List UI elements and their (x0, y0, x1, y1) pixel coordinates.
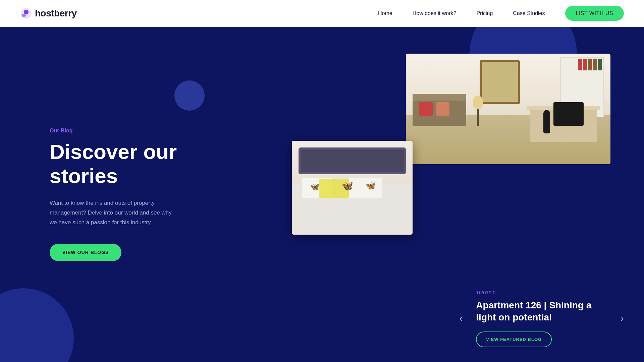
main-heading: Discover our stories (50, 140, 188, 188)
blog-card: ‹ 16/01/20 Apartment 126 | Shining a lig… (439, 275, 644, 362)
list-with-us-button[interactable]: LIST WITH US (565, 6, 624, 21)
logo-text: hostberry (35, 8, 77, 19)
navbar: hostberry Home How does it work? Pricing… (0, 0, 644, 27)
logo[interactable]: hostberry (20, 7, 77, 19)
view-blogs-button[interactable]: VIEW OUR BLOGS (50, 244, 121, 261)
nav-links: Home How does it work? Pricing Case Stud… (378, 10, 624, 16)
nav-home[interactable]: Home (378, 10, 392, 16)
nav-how[interactable]: How does it work? (413, 10, 457, 16)
blog-date: 16/01/20 (476, 290, 607, 295)
logo-icon (20, 7, 32, 19)
svg-point-1 (24, 10, 29, 14)
main-section: Our Blog Discover our stories Want to kn… (0, 27, 644, 362)
deco-circle-bottom-left (0, 288, 74, 362)
living-room-image (406, 54, 610, 164)
bedroom-image: 🦋 🦋 🦋 (292, 141, 413, 235)
svg-point-2 (22, 14, 26, 17)
prev-blog-button[interactable]: ‹ (460, 313, 463, 324)
hero-description: Want to know the ins and outs of propert… (50, 198, 177, 228)
deco-circle-mid (174, 80, 205, 111)
right-area: 🦋 🦋 🦋 ‹ 16/01/20 Apartment 126 | Shining… (241, 27, 644, 362)
blog-title: Apartment 126 | Shining a light on poten… (476, 299, 607, 324)
left-content: Our Blog Discover our stories Want to kn… (0, 128, 188, 261)
blog-card-content: 16/01/20 Apartment 126 | Shining a light… (476, 290, 607, 348)
nav-case-studies[interactable]: Case Studies (513, 10, 545, 16)
blog-label: Our Blog (50, 128, 188, 134)
view-featured-blog-button[interactable]: VIEW FEATURED BLOG (476, 331, 552, 347)
next-blog-button[interactable]: › (621, 313, 624, 324)
nav-pricing[interactable]: Pricing (476, 10, 493, 16)
